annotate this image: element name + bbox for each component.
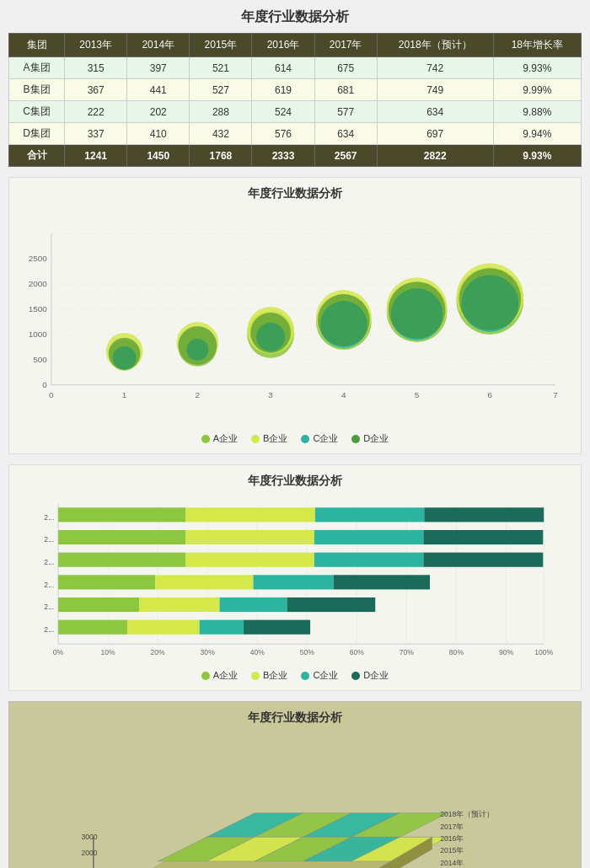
cell-2016: 619 xyxy=(252,79,314,101)
svg-rect-95 xyxy=(58,620,127,635)
cell-growth: 9.88% xyxy=(493,101,581,123)
svg-rect-90 xyxy=(334,575,430,589)
legend2-c: C企业 xyxy=(301,669,338,682)
chart3-title: 年度行业数据分析 xyxy=(18,710,572,726)
data-table: 集团 2013年 2014年 2015年 2016年 2017年 2018年（预… xyxy=(8,33,582,167)
cell-growth: 9.94% xyxy=(493,123,581,145)
svg-text:2000: 2000 xyxy=(82,849,98,857)
table-row-total: 合计 1241 1450 1768 2333 2567 2822 9.93% xyxy=(9,145,582,167)
cell-2018: 742 xyxy=(377,57,493,79)
svg-text:3000: 3000 xyxy=(82,833,98,841)
cell-2018: 634 xyxy=(377,101,493,123)
cell-2015: 521 xyxy=(190,57,252,79)
svg-text:7: 7 xyxy=(553,390,558,399)
cell-total-2015: 1768 xyxy=(190,145,252,167)
col-2017: 2017年 xyxy=(314,34,377,57)
col-group: 集团 xyxy=(9,34,65,57)
svg-text:80%: 80% xyxy=(449,648,464,656)
cell-2015: 288 xyxy=(190,101,252,123)
legend2-b: B企业 xyxy=(251,669,287,682)
cell-total-2017: 2567 xyxy=(314,145,377,167)
svg-point-33 xyxy=(250,313,291,353)
cell-2017: 577 xyxy=(314,101,377,123)
svg-point-29 xyxy=(178,326,217,365)
svg-rect-87 xyxy=(58,575,155,589)
legend-c: C企业 xyxy=(301,432,338,445)
bubble-chart-svg: 0 500 1000 1500 2000 2500 0 1 2 3 4 5 6 … xyxy=(18,208,572,427)
svg-text:90%: 90% xyxy=(499,648,514,656)
cell-name: A集团 xyxy=(9,57,65,79)
svg-text:2...: 2... xyxy=(44,513,54,522)
svg-text:50%: 50% xyxy=(300,648,315,656)
svg-text:6: 6 xyxy=(488,390,493,399)
svg-text:500: 500 xyxy=(33,355,47,364)
surface-chart-area: 0 1000 2000 3000 A企业 B企业 C企业 D企业 2018年（预… xyxy=(18,732,572,868)
svg-text:100%: 100% xyxy=(534,648,553,656)
col-2015: 2015年 xyxy=(190,34,252,57)
legend2-label-a: A企业 xyxy=(213,669,238,682)
col-growth: 18年增长率 xyxy=(493,34,581,57)
svg-rect-97 xyxy=(200,620,244,635)
bar-chart-container: 年度行业数据分析 2... 2... 2... 2... 2... 2... xyxy=(8,464,582,691)
bar-chart-area: 2... 2... 2... 2... 2... 2... xyxy=(18,496,572,664)
svg-text:1500: 1500 xyxy=(29,304,48,313)
svg-point-41 xyxy=(389,281,446,339)
cell-2017: 675 xyxy=(314,57,377,79)
svg-rect-78 xyxy=(424,507,544,522)
legend-dot-d xyxy=(351,435,360,443)
cell-name: D集团 xyxy=(9,123,65,145)
legend2-label-d: D企业 xyxy=(363,669,389,682)
cell-total-2014: 1450 xyxy=(127,145,190,167)
cell-2014: 202 xyxy=(127,101,190,123)
legend-d: D企业 xyxy=(351,432,389,445)
svg-rect-94 xyxy=(287,597,375,612)
legend-a: A企业 xyxy=(201,432,238,445)
svg-text:2014年: 2014年 xyxy=(440,859,464,867)
surface-chart-container: 年度行业数据分析 xyxy=(8,701,582,868)
svg-text:40%: 40% xyxy=(250,648,266,656)
cell-2018: 697 xyxy=(377,123,493,145)
svg-rect-76 xyxy=(185,507,314,522)
cell-total-name: 合计 xyxy=(9,145,65,167)
svg-text:4: 4 xyxy=(341,390,346,399)
cell-growth: 9.93% xyxy=(493,57,581,79)
svg-rect-79 xyxy=(58,530,185,544)
cell-2015: 527 xyxy=(190,79,252,101)
legend2-d: D企业 xyxy=(351,669,389,682)
svg-text:2017年: 2017年 xyxy=(440,822,464,831)
svg-text:1: 1 xyxy=(122,390,127,399)
svg-text:2...: 2... xyxy=(44,581,54,589)
col-2014: 2014年 xyxy=(127,34,190,57)
cell-2013: 367 xyxy=(65,79,127,101)
svg-rect-91 xyxy=(58,597,139,612)
cell-total-growth: 9.93% xyxy=(493,145,581,167)
bubble-chart-container: 年度行业数据分析 0 500 1000 1500 2000 2500 xyxy=(8,177,582,454)
cell-2015: 432 xyxy=(190,123,252,145)
legend-dot-c xyxy=(301,435,309,443)
svg-text:2: 2 xyxy=(196,390,201,399)
svg-text:70%: 70% xyxy=(400,648,415,656)
cell-2013: 315 xyxy=(65,57,127,79)
table-row: B集团 367 441 527 619 681 749 9.99% xyxy=(9,79,582,101)
svg-rect-89 xyxy=(253,575,333,589)
svg-rect-98 xyxy=(244,620,310,635)
chart2-legend: A企业 B企业 C企业 D企业 xyxy=(18,669,572,682)
legend2-dot-c xyxy=(301,672,309,680)
cell-2014: 441 xyxy=(127,79,190,101)
table-row: A集团 315 397 521 614 675 742 9.93% xyxy=(9,57,582,79)
cell-growth: 9.99% xyxy=(493,79,581,101)
table-row: C集团 222 202 288 524 577 634 9.88% xyxy=(9,101,582,123)
svg-rect-85 xyxy=(314,553,424,567)
legend2-dot-d xyxy=(351,672,360,680)
cell-2017: 681 xyxy=(314,79,377,101)
legend-label-c: C企业 xyxy=(313,432,338,445)
svg-point-37 xyxy=(318,294,370,346)
legend-dot-b xyxy=(251,435,260,443)
svg-point-45 xyxy=(459,268,521,330)
svg-point-25 xyxy=(109,338,141,370)
legend-label-d: D企业 xyxy=(363,432,389,445)
svg-text:3: 3 xyxy=(268,390,273,399)
cell-2014: 397 xyxy=(127,57,190,79)
cell-name: B集团 xyxy=(9,79,65,101)
surface-svg: 0 1000 2000 3000 A企业 B企业 C企业 D企业 2018年（预… xyxy=(18,732,572,868)
